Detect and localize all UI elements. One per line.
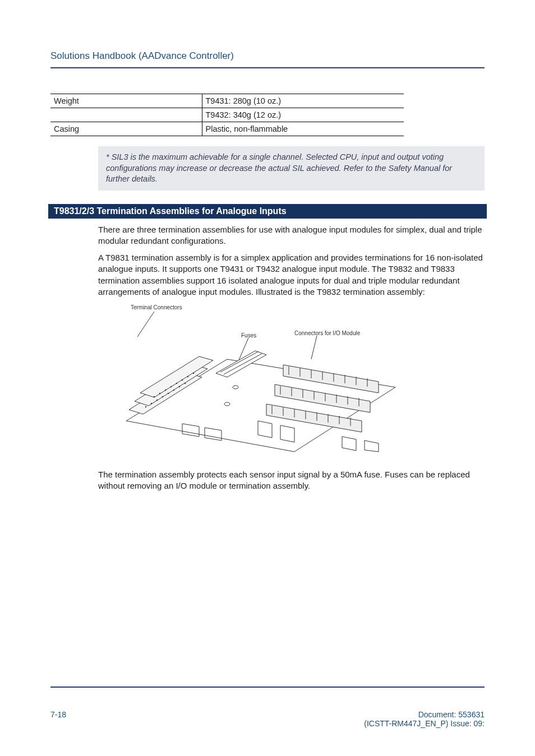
termination-assembly-diagram: Terminal Connectors Fuses Connectors for… [115,303,407,460]
para-intro: There are three termination assemblies f… [98,224,485,247]
svg-point-9 [179,386,180,387]
cell-label: Casing [50,122,202,136]
footer-page-number: 7-18 [50,710,66,728]
para-detail: A T9831 termination assembly is for a si… [98,252,485,298]
footer-rule [50,687,485,688]
cell-value: T9432: 340g (12 oz.) [202,108,404,122]
svg-point-3 [145,406,146,407]
svg-point-15 [176,383,177,384]
cell-label-empty [50,108,202,122]
svg-point-12 [159,393,160,394]
svg-point-7 [168,393,169,394]
svg-point-5 [156,400,158,401]
svg-point-10 [185,383,186,384]
cell-line: T9431: 280g (10 oz.) [206,96,401,105]
label-terminal-connectors: Terminal Connectors [131,304,182,310]
svg-point-14 [170,386,172,387]
spec-table: Weight T9431: 280g (10 oz.) T9432: 340g … [50,94,404,136]
footer-issue: (ICSTT-RM447J_EN_P) Issue: 09: [364,719,485,728]
svg-line-2 [311,336,317,359]
svg-point-18 [193,373,194,374]
cell-value: Plastic, non-flammable [202,122,404,136]
svg-point-4 [151,403,152,404]
table-row: T9432: 340g (12 oz.) [50,108,404,122]
page-footer: 7-18 Document: 553631 (ICSTT-RM447J_EN_P… [50,687,485,728]
assembly-svg [115,303,407,460]
svg-point-8 [173,389,174,391]
svg-point-17 [187,376,188,377]
sil-note: * SIL3 is the maximum achievable for a s… [98,146,485,191]
table-row: Weight T9431: 280g (10 oz.) [50,94,404,108]
header-rule [50,67,485,68]
cell-label: Weight [50,94,202,108]
svg-point-16 [182,379,183,381]
footer-document: Document: 553631 [364,710,485,719]
label-fuses: Fuses [241,332,256,338]
table-row: Casing Plastic, non-flammable [50,122,404,136]
label-io-connectors: Connectors for I/O Module [294,330,360,336]
svg-point-11 [154,396,155,397]
cell-value: T9431: 280g (10 oz.) [202,94,404,108]
cell-line: T9432: 340g (12 oz.) [206,110,401,119]
svg-point-13 [165,389,166,391]
svg-point-6 [162,396,163,397]
para-fuse: The termination assembly protects each s… [98,469,485,492]
section-banner: T9831/2/3 Termination Assemblies for Ana… [48,204,487,219]
svg-line-0 [137,312,154,337]
page-header-title: Solutions Handbook (AADvance Controller) [50,50,485,62]
